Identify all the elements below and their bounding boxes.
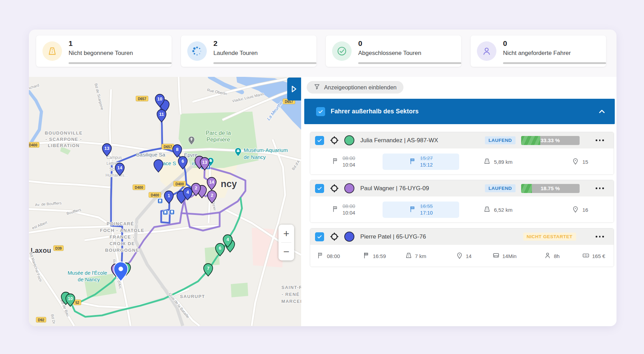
stops-value: 15 xyxy=(582,159,588,164)
transit-station-icon xyxy=(158,199,163,203)
planned-end-time: 15:27 xyxy=(420,155,433,162)
map-label: SAURUPT xyxy=(180,294,205,299)
driver-name: Paul Wagner | 76-UYG-09 xyxy=(360,185,429,192)
map-stop-marker-number: 4 xyxy=(226,237,229,242)
banknote-icon: 1 xyxy=(582,251,590,260)
end-time-box: 15:2715:12 xyxy=(383,153,459,170)
map-canvas[interactable]: D657D657D400D400D400D400D39D9252D657BOUD… xyxy=(29,77,301,326)
pin-icon xyxy=(456,251,463,260)
stops-group: 14 xyxy=(456,251,472,260)
map-stop-marker-number: 13 xyxy=(202,160,207,165)
map-stop-marker-number: 13 xyxy=(104,146,109,151)
map-label: nchard xyxy=(29,83,40,90)
zoom-in-button[interactable]: + xyxy=(278,225,294,242)
map-stop-marker[interactable]: 1 xyxy=(164,191,173,203)
end-time-box: 16:5517:10 xyxy=(383,201,459,218)
stat-card: 0Abgeschlossene Touren xyxy=(326,35,461,67)
stat-value: 1 xyxy=(69,39,73,48)
map-stop-marker-number: 8 xyxy=(176,147,178,152)
road-badge-text: 52 xyxy=(75,301,79,305)
row-menu-button[interactable] xyxy=(595,187,605,189)
map-label: FRANCE - xyxy=(110,234,135,240)
driver-details: 08:0016:597 km1414Min8h1165 € xyxy=(310,245,614,267)
panel-collapse-button[interactable] xyxy=(287,78,301,100)
flag-icon xyxy=(332,157,339,166)
display-options-label: Anzeigeoptionen einblenden xyxy=(324,84,396,91)
road-badge-text: D400 xyxy=(151,193,159,197)
check-icon xyxy=(316,137,323,144)
row-menu-button[interactable] xyxy=(595,236,605,238)
map-label: est Albert xyxy=(31,220,48,230)
road-badge: D657 xyxy=(162,144,174,149)
cost-group-value: 165 € xyxy=(592,253,605,259)
road-badge: D400 xyxy=(173,181,186,186)
road-icon xyxy=(42,41,62,61)
driver-name: Pierre Patel | 65-UYG-76 xyxy=(360,233,426,240)
zoom-out-button[interactable]: − xyxy=(278,243,294,260)
check-icon xyxy=(317,108,324,115)
map-label: MARCEL xyxy=(281,299,301,304)
driver-checkbox[interactable] xyxy=(315,232,324,241)
map-label: SAINT-R xyxy=(281,285,301,290)
map-stop-marker-number: 14 xyxy=(209,179,214,185)
funnel-icon xyxy=(314,83,320,91)
map-label: Viaduc Louis Marin xyxy=(231,92,264,103)
distance-value: 5,89 km xyxy=(494,159,512,164)
driver-row[interactable]: Pierre Patel | 65-UYG-76NICHT GESTARTET xyxy=(310,228,614,245)
stops-group: 15 xyxy=(572,157,588,166)
sector-header[interactable]: Fahrer außerhalb des Sektors xyxy=(304,99,615,124)
stat-card: 2Laufende Touren xyxy=(181,35,316,67)
flag-icon xyxy=(317,251,324,260)
driver-row[interactable]: Julia Fernandez | AS-987-WXLAUFEND33.33 … xyxy=(310,132,614,148)
locate-driver-icon[interactable] xyxy=(330,184,339,193)
chevron-up-icon[interactable] xyxy=(597,107,606,116)
map-stop-marker[interactable]: 11 xyxy=(157,110,166,122)
drivers-panel: Anzeigeoptionen einblenden Fahrer außerh… xyxy=(301,77,616,326)
work-time-group: 8h xyxy=(544,251,560,260)
stat-progress-track xyxy=(213,62,316,64)
app: { "stats": [ {"icon":"road-icon","value"… xyxy=(0,0,644,354)
stat-progress-track xyxy=(503,62,606,64)
map-label: Basilique Sa xyxy=(136,152,165,158)
distance-group: 7 km xyxy=(405,251,426,260)
driver-color-dot xyxy=(344,183,354,193)
map-label: Pépinière xyxy=(206,137,230,143)
status-badge: LAUFEND xyxy=(485,136,515,144)
map-stop-marker-number: 2 xyxy=(211,193,213,198)
driver-checkbox[interactable] xyxy=(315,136,324,145)
stops-group: 16 xyxy=(572,205,588,214)
map-label: CROIX DE xyxy=(109,241,135,246)
spinner-icon xyxy=(187,41,207,61)
map-label: - RENÉ xyxy=(282,292,300,297)
flag-icon xyxy=(332,205,339,214)
map-label: Bd Maréchal Foch xyxy=(29,252,43,282)
locate-driver-icon[interactable] xyxy=(330,136,339,145)
map-label: Bd de Scarpone xyxy=(94,83,105,110)
pin-icon xyxy=(572,157,579,166)
person-icon xyxy=(544,251,551,260)
road-icon xyxy=(483,157,491,166)
driver-row[interactable]: Paul Wagner | 76-UYG-09LAUFEND18.75 % xyxy=(310,180,614,196)
van-icon xyxy=(492,251,500,260)
locate-driver-icon[interactable] xyxy=(330,232,339,241)
distance-group: 6,52 km xyxy=(483,205,512,214)
stat-label: Laufende Touren xyxy=(213,50,258,57)
driver-checkbox[interactable] xyxy=(315,184,324,193)
stat-progress-track xyxy=(358,62,461,64)
driver-details: 08:0010:0416:5517:106,52 km16 xyxy=(310,196,614,223)
map-label: Campus xyxy=(107,155,122,160)
row-menu-button[interactable] xyxy=(595,139,605,141)
sector-title: Fahrer außerhalb des Sektors xyxy=(331,108,419,115)
road-badge: D400 xyxy=(29,142,39,147)
actual-start-time: 10:04 xyxy=(343,210,355,216)
stat-label: Nicht angeforderte Fahrer xyxy=(503,50,571,57)
road-badge: D92 xyxy=(36,317,46,322)
display-options-button[interactable]: Anzeigeoptionen einblenden xyxy=(307,81,403,94)
map-stop-marker-number: 6 xyxy=(219,246,221,251)
map[interactable]: D657D657D400D400D400D400D39D9252D657BOUD… xyxy=(29,77,301,326)
transit-station-icon xyxy=(170,210,174,215)
actual-end-time: 17:10 xyxy=(420,210,433,216)
start-time-group: 08:0010:04 xyxy=(332,203,355,216)
map-label: Musée de l'École xyxy=(68,270,107,276)
sector-checkbox[interactable] xyxy=(316,107,325,116)
